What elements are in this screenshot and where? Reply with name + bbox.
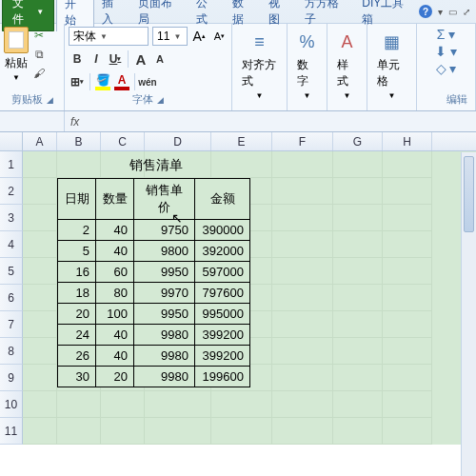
autosum-button[interactable]: Σ ▾	[437, 27, 456, 42]
styles-button[interactable]: A 样式 ▼	[331, 27, 363, 102]
underline-button[interactable]: U▾	[107, 50, 124, 69]
cell[interactable]: 16	[58, 262, 96, 283]
cell[interactable]	[333, 391, 383, 418]
alignment-button[interactable]: ≡ 对齐方式 ▼	[236, 27, 283, 102]
col-header[interactable]: F	[272, 132, 333, 150]
cell[interactable]: 20	[58, 304, 96, 325]
cell[interactable]	[23, 285, 57, 311]
cell[interactable]: 40	[96, 325, 134, 346]
cell[interactable]	[383, 205, 432, 231]
cell[interactable]	[23, 365, 57, 391]
bold-button[interactable]: B	[69, 50, 86, 69]
cell[interactable]	[145, 418, 211, 445]
fx-icon[interactable]: fx	[70, 115, 79, 129]
cell[interactable]: 797600	[195, 283, 250, 304]
font-color-button[interactable]: A	[113, 72, 130, 91]
cell[interactable]	[383, 258, 432, 285]
cell[interactable]	[333, 365, 383, 391]
cell[interactable]	[383, 365, 432, 391]
cell[interactable]: 199600	[195, 367, 250, 387]
cells-button[interactable]: ▦ 单元格 ▼	[371, 27, 412, 102]
row-header[interactable]: 3	[0, 205, 23, 231]
cell[interactable]: 30	[58, 367, 96, 387]
cell[interactable]	[383, 178, 432, 205]
col-header[interactable]: A	[23, 132, 57, 150]
cell[interactable]: 399200	[195, 325, 250, 346]
cell[interactable]	[383, 231, 432, 258]
cell[interactable]	[23, 178, 57, 205]
cell[interactable]	[23, 151, 57, 178]
italic-button[interactable]: I	[88, 50, 105, 69]
col-header[interactable]: D	[145, 132, 211, 150]
expand-icon[interactable]: ⤢	[463, 7, 470, 17]
cell[interactable]	[272, 418, 333, 445]
cell[interactable]: 9950	[134, 304, 195, 325]
cell[interactable]	[272, 311, 333, 338]
scrollbar-thumb[interactable]	[464, 156, 474, 232]
cell[interactable]: 392000	[195, 241, 250, 262]
cell[interactable]: 9750	[134, 220, 195, 241]
copy-button[interactable]: ⧉	[30, 46, 48, 63]
col-header[interactable]: E	[211, 132, 272, 150]
minimize-ribbon-icon[interactable]: ▭	[448, 7, 457, 17]
fill-color-button[interactable]: 🪣	[94, 72, 111, 91]
shrink-font-button[interactable]: A▾	[211, 27, 228, 46]
cell[interactable]	[211, 151, 272, 178]
row-header[interactable]: 8	[0, 338, 23, 365]
row-header[interactable]: 2	[0, 178, 23, 205]
format-painter-button[interactable]: 🖌	[30, 65, 48, 82]
cell[interactable]	[333, 258, 383, 285]
cell[interactable]	[23, 258, 57, 285]
row-header[interactable]: 1	[0, 151, 23, 178]
cell[interactable]	[383, 311, 432, 338]
cut-button[interactable]: ✂	[30, 27, 48, 44]
cell[interactable]: 9980	[134, 346, 195, 367]
col-header[interactable]: H	[383, 132, 432, 150]
cell[interactable]	[333, 418, 383, 445]
cell[interactable]	[272, 258, 333, 285]
cell[interactable]	[57, 391, 101, 418]
cell[interactable]: 9950	[134, 262, 195, 283]
cell[interactable]: 9980	[134, 325, 195, 346]
cell[interactable]: 9980	[134, 367, 195, 387]
help-icon[interactable]: ?	[419, 5, 432, 18]
cell[interactable]	[272, 338, 333, 365]
cell[interactable]	[272, 285, 333, 311]
row-header[interactable]: 9	[0, 365, 23, 391]
cell[interactable]	[333, 205, 383, 231]
cell[interactable]	[272, 205, 333, 231]
row-header[interactable]: 4	[0, 231, 23, 258]
paste-button[interactable]: 粘贴 ▼	[4, 27, 29, 82]
cell[interactable]	[272, 178, 333, 205]
col-header[interactable]: C	[101, 132, 145, 150]
cell[interactable]	[333, 338, 383, 365]
cell[interactable]: 5	[58, 241, 96, 262]
name-box[interactable]	[0, 111, 65, 131]
cell[interactable]: 24	[58, 325, 96, 346]
dialog-launcher-icon[interactable]: ◢	[157, 95, 164, 105]
cell[interactable]: 18	[58, 283, 96, 304]
cell[interactable]	[383, 285, 432, 311]
fill-button[interactable]: ⬇ ▾	[435, 44, 457, 59]
cell[interactable]: 26	[58, 346, 96, 367]
cell[interactable]: 20	[96, 367, 134, 387]
cell[interactable]: 399200	[195, 346, 250, 367]
cell[interactable]	[211, 418, 272, 445]
cell[interactable]	[383, 151, 432, 178]
cell[interactable]	[145, 391, 211, 418]
grow-font-button-2[interactable]: A	[132, 50, 149, 69]
cell[interactable]	[333, 231, 383, 258]
select-all-corner[interactable]	[0, 132, 23, 150]
cell[interactable]	[333, 311, 383, 338]
font-name-combo[interactable]: 宋体▼	[69, 27, 149, 46]
clear-button[interactable]: ◇ ▾	[436, 61, 457, 76]
cell[interactable]: 597000	[195, 262, 250, 283]
dialog-launcher-icon[interactable]: ◢	[47, 95, 53, 105]
cell[interactable]	[57, 418, 101, 445]
row-header[interactable]: 11	[0, 418, 23, 445]
cell[interactable]	[272, 365, 333, 391]
cell[interactable]	[333, 178, 383, 205]
cell[interactable]	[23, 338, 57, 365]
shrink-font-button-2[interactable]: A	[151, 50, 169, 69]
number-format-button[interactable]: % 数字 ▼	[291, 27, 323, 102]
